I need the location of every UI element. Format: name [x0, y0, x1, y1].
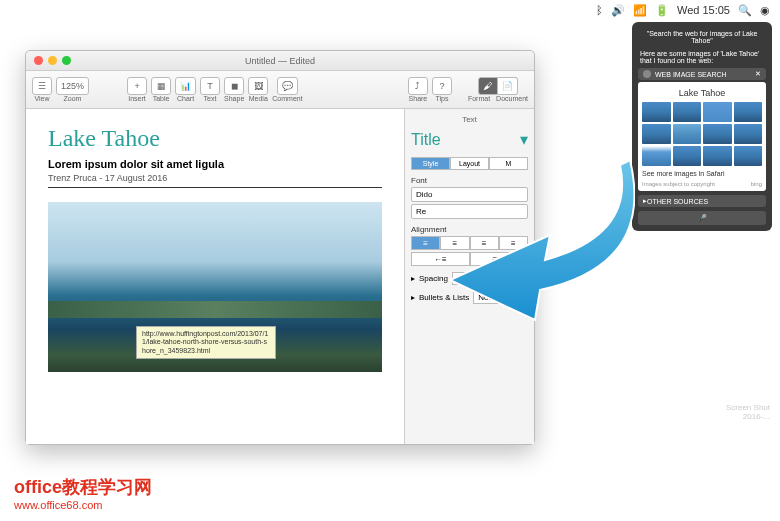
disclosure-icon[interactable]: ▸: [411, 293, 415, 302]
align-justify-button[interactable]: ≡: [499, 236, 528, 250]
spacing-value[interactable]: 0.8: [452, 272, 482, 285]
more-tab[interactable]: M: [489, 157, 528, 170]
format-tab[interactable]: 🖌: [478, 77, 498, 95]
microphone-icon: 🎤: [697, 214, 707, 223]
bullets-value[interactable]: None: [473, 291, 503, 304]
siri-icon[interactable]: ◉: [760, 4, 770, 17]
pages-window: Untitled — Edited ☰View 125%Zoom +Insert…: [25, 50, 535, 445]
spacing-stepper[interactable]: ⌄: [486, 274, 496, 283]
image-grid: [642, 102, 762, 166]
macos-menubar: ᛒ 🔊 📶 🔋 Wed 15:05 🔍 ◉: [596, 0, 780, 20]
disclosure-icon[interactable]: ▸: [411, 274, 415, 283]
image-thumb[interactable]: [734, 102, 763, 122]
alignment-label: Alignment: [411, 225, 528, 234]
font-style-select[interactable]: Re: [411, 204, 528, 219]
globe-icon: [643, 70, 651, 78]
siri-panel: "Search the web for images of Lake Tahoe…: [632, 22, 772, 231]
volume-icon[interactable]: 🔊: [611, 4, 625, 17]
indent-button[interactable]: ≡→: [470, 252, 529, 266]
other-sources-header[interactable]: ▸ OTHER SOURCES: [638, 195, 766, 207]
siri-query-text: "Search the web for images of Lake Tahoe…: [638, 28, 766, 46]
font-family-select[interactable]: Dido: [411, 187, 528, 202]
align-center-button[interactable]: ≡: [440, 236, 469, 250]
provider-label: bing: [751, 181, 762, 187]
layout-tab[interactable]: Layout: [450, 157, 489, 170]
document-canvas[interactable]: Lake Tahoe Lorem ipsum dolor sit amet li…: [26, 109, 404, 444]
close-icon[interactable]: ✕: [755, 70, 761, 78]
paragraph-style-selector[interactable]: Title ▾: [411, 126, 528, 153]
insert-button[interactable]: +Insert: [127, 77, 147, 102]
font-label: Font: [411, 176, 528, 185]
battery-icon[interactable]: 🔋: [655, 4, 669, 17]
chevron-down-icon: ▾: [520, 130, 528, 149]
bluetooth-icon[interactable]: ᛒ: [596, 4, 603, 16]
doc-author[interactable]: Trenz Pruca - 17 August 2016: [48, 173, 382, 183]
image-thumb[interactable]: [673, 146, 702, 166]
align-left-button[interactable]: ≡: [411, 236, 440, 250]
document-tab[interactable]: 📄: [498, 77, 518, 95]
siri-result-card: Lake Tahoe See more images in Safari Ima…: [638, 82, 766, 191]
siri-mic-bar[interactable]: 🎤: [638, 211, 766, 225]
url-tooltip: http://www.huffingtonpost.com/2013/07/11…: [136, 326, 276, 359]
align-right-button[interactable]: ≡: [470, 236, 499, 250]
spacing-label: Spacing: [419, 274, 448, 283]
chart-button[interactable]: 📊Chart: [175, 77, 196, 102]
siri-web-search-header: WEB IMAGE SEARCH ✕: [638, 68, 766, 80]
fullscreen-window-button[interactable]: [62, 56, 71, 65]
tips-button[interactable]: ?Tips: [432, 77, 452, 102]
spotlight-icon[interactable]: 🔍: [738, 4, 752, 17]
page-watermark: office教程学习网 www.office68.com: [0, 465, 780, 521]
table-button[interactable]: ▦Table: [151, 77, 171, 102]
see-more-link[interactable]: See more images in Safari: [642, 166, 762, 179]
siri-response-text: Here are some images of 'Lake Tahoe' tha…: [638, 46, 766, 68]
image-thumb[interactable]: [673, 124, 702, 144]
image-thumb[interactable]: [673, 102, 702, 122]
image-thumb[interactable]: [734, 124, 763, 144]
minimize-window-button[interactable]: [48, 56, 57, 65]
window-title: Untitled — Edited: [245, 56, 315, 66]
close-window-button[interactable]: [34, 56, 43, 65]
image-thumb[interactable]: [642, 102, 671, 122]
outdent-button[interactable]: ←≡: [411, 252, 470, 266]
divider: [48, 187, 382, 188]
zoom-select[interactable]: 125%Zoom: [56, 77, 89, 102]
image-thumb[interactable]: [703, 102, 732, 122]
doc-title[interactable]: Lake Tahoe: [48, 125, 382, 152]
media-button[interactable]: 🖼Media: [248, 77, 268, 102]
inspector-panel-label: Text: [411, 113, 528, 126]
view-button[interactable]: ☰View: [32, 77, 52, 102]
shape-button[interactable]: ◼Shape: [224, 77, 244, 102]
bullets-label: Bullets & Lists: [419, 293, 469, 302]
window-titlebar[interactable]: Untitled — Edited: [26, 51, 534, 71]
image-thumb[interactable]: [703, 146, 732, 166]
comment-button[interactable]: 💬Comment: [272, 77, 302, 102]
wifi-icon[interactable]: 📶: [633, 4, 647, 17]
image-thumb[interactable]: [642, 146, 671, 166]
doc-subtitle[interactable]: Lorem ipsum dolor sit amet ligula: [48, 158, 382, 170]
clock[interactable]: Wed 15:05: [677, 4, 730, 16]
screenshot-watermark: Screen Shot2016-...: [726, 403, 770, 421]
image-thumb[interactable]: [703, 124, 732, 144]
format-inspector: Text Title ▾ Style Layout M Font Dido Re…: [404, 109, 534, 444]
style-tab[interactable]: Style: [411, 157, 450, 170]
copyright-text: Images subject to copyright: [642, 181, 715, 187]
siri-result-title: Lake Tahoe: [642, 86, 762, 102]
text-button[interactable]: TText: [200, 77, 220, 102]
image-thumb[interactable]: [642, 124, 671, 144]
toolbar: ☰View 125%Zoom +Insert ▦Table 📊Chart TTe…: [26, 71, 534, 109]
image-thumb[interactable]: [734, 146, 763, 166]
share-button[interactable]: ⤴Share: [408, 77, 428, 102]
